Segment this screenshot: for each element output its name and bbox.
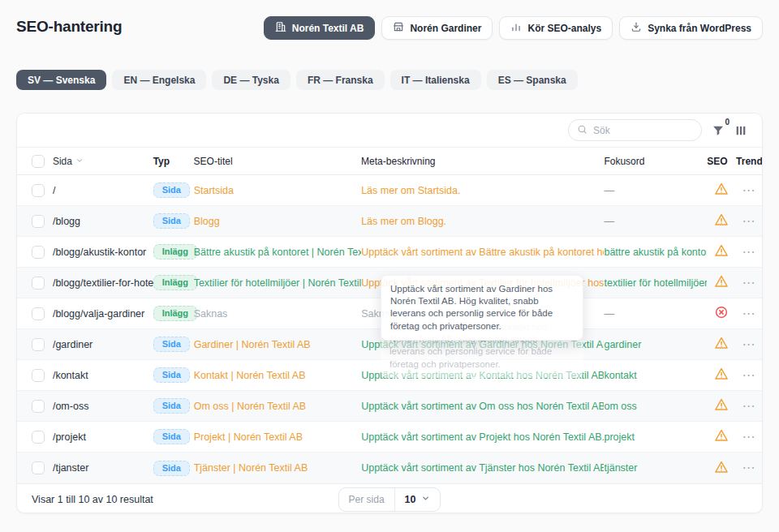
- table-header-row: Sida Typ SEO-titel Meta-beskrivning Foku…: [17, 148, 762, 175]
- meta-description-cell[interactable]: Upptäck vårt sortiment av Projekt hos No…: [361, 431, 604, 443]
- type-badge-cell: Sida: [153, 461, 194, 476]
- chevron-down-icon: [75, 156, 84, 167]
- trend-cell: ⋯: [736, 277, 762, 290]
- seo-title-cell[interactable]: Blogg: [194, 216, 362, 227]
- language-tab[interactable]: SV — Svenska: [16, 70, 106, 90]
- seo-status-cell[interactable]: [707, 367, 736, 384]
- select-all-checkbox[interactable]: [32, 155, 45, 168]
- row-actions-button[interactable]: ⋯: [742, 369, 756, 382]
- language-tab[interactable]: IT — Italienska: [390, 70, 481, 90]
- type-badge: Inlägg: [153, 306, 197, 321]
- button-label: Kör SEO-analys: [527, 23, 601, 34]
- column-header-sida[interactable]: Sida: [53, 155, 153, 167]
- seo-title-cell[interactable]: Textilier för hotellmiljöer | Norén Text…: [194, 277, 362, 289]
- column-header-meta: Meta-beskrivning: [361, 156, 604, 167]
- seo-title-text: Gardiner | Norén Textil AB: [194, 339, 311, 350]
- seo-status-cell[interactable]: [707, 428, 736, 445]
- seo-title-cell[interactable]: Saknas: [194, 308, 362, 320]
- page-path: /blogg: [53, 216, 153, 227]
- seo-status-cell[interactable]: [707, 460, 736, 477]
- focus-keyword-text: —: [604, 185, 614, 196]
- meta-description-cell[interactable]: Upptäck vårt sortiment av Tjänster hos N…: [361, 462, 604, 474]
- row-checkbox-cell: [17, 246, 53, 259]
- table-row: /blogg/akustik-kontor Inlägg Bättre akus…: [17, 237, 762, 268]
- row-checkbox[interactable]: [32, 431, 45, 444]
- language-tab[interactable]: DE — Tyska: [212, 70, 290, 90]
- seo-status-cell[interactable]: [707, 336, 736, 353]
- warning-triangle-icon: [714, 460, 729, 477]
- focus-keyword-cell[interactable]: gardiner: [604, 339, 707, 350]
- meta-description-cell[interactable]: Upptäck vårt sortiment av Om oss hos Nor…: [361, 401, 604, 412]
- language-tab[interactable]: ES — Spanska: [487, 70, 578, 90]
- table-row: /projekt Sida Projekt | Norén Textil AB …: [17, 422, 762, 453]
- focus-keyword-cell[interactable]: projekt: [604, 431, 707, 443]
- seo-status-cell[interactable]: [707, 212, 736, 230]
- seo-title-cell[interactable]: Tjänster | Norén Textil AB: [194, 462, 362, 474]
- meta-description-cell[interactable]: Läs mer om Blogg.: [361, 216, 604, 227]
- trend-cell: ⋯: [736, 307, 762, 320]
- focus-keyword-cell[interactable]: textilier för hotellmiljöer: [604, 277, 707, 289]
- seo-title-cell[interactable]: Projekt | Norén Textil AB: [194, 431, 362, 443]
- trend-cell: ⋯: [736, 246, 762, 259]
- seo-title-cell[interactable]: Bättre akustik på kontoret | Norén Texti…: [194, 247, 362, 258]
- row-checkbox[interactable]: [32, 338, 45, 351]
- row-actions-button[interactable]: ⋯: [742, 277, 756, 290]
- seo-status-cell[interactable]: [707, 305, 736, 322]
- focus-keyword-cell[interactable]: kontakt: [604, 370, 707, 381]
- meta-description-cell[interactable]: Läs mer om Startsida.: [361, 185, 604, 196]
- seo-title-text: Tjänster | Norén Textil AB: [194, 462, 308, 474]
- row-actions-button[interactable]: ⋯: [742, 461, 756, 474]
- meta-description-cell[interactable]: Upptäck vårt sortiment av Bättre akustik…: [361, 247, 604, 258]
- seo-status-cell[interactable]: [707, 274, 736, 291]
- focus-keyword-cell[interactable]: —: [604, 308, 707, 320]
- row-actions-button[interactable]: ⋯: [742, 338, 756, 351]
- download-icon: [631, 21, 642, 35]
- row-checkbox[interactable]: [32, 277, 45, 290]
- search-input[interactable]: [593, 125, 693, 136]
- focus-keyword-cell[interactable]: om oss: [604, 401, 707, 412]
- filter-funnel-icon[interactable]: 0: [712, 124, 725, 137]
- company-noren-textil-button[interactable]: Norén Textil AB: [264, 16, 376, 40]
- seo-title-cell[interactable]: Gardiner | Norén Textil AB: [194, 339, 362, 350]
- meta-description-text: Läs mer om Blogg.: [361, 216, 446, 227]
- run-seo-analysis-button[interactable]: Kör SEO-analys: [499, 16, 613, 40]
- columns-icon[interactable]: [734, 124, 747, 137]
- row-actions-button[interactable]: ⋯: [742, 246, 756, 259]
- language-tab[interactable]: FR — Franska: [296, 70, 385, 90]
- focus-keyword-text: om oss: [604, 401, 636, 412]
- row-actions-button[interactable]: ⋯: [742, 431, 756, 444]
- focus-keyword-text: —: [604, 308, 614, 320]
- seo-title-cell[interactable]: Om oss | Norén Textil AB: [194, 401, 362, 412]
- seo-title-text: Startsida: [194, 185, 234, 196]
- focus-keyword-cell[interactable]: tjänster: [604, 462, 707, 474]
- seo-title-cell[interactable]: Startsida: [194, 185, 362, 196]
- search-box[interactable]: [568, 119, 702, 141]
- row-checkbox[interactable]: [32, 246, 45, 259]
- row-actions-button[interactable]: ⋯: [742, 215, 756, 228]
- row-checkbox[interactable]: [32, 369, 45, 382]
- row-checkbox[interactable]: [32, 307, 45, 320]
- language-tab[interactable]: EN — Engelska: [112, 70, 206, 90]
- per-page-select[interactable]: 10: [394, 488, 441, 511]
- focus-keyword-text: textilier för hotellmiljöer: [604, 277, 707, 289]
- row-actions-button[interactable]: ⋯: [742, 184, 756, 197]
- row-checkbox[interactable]: [32, 215, 45, 228]
- row-checkbox[interactable]: [32, 461, 45, 474]
- row-checkbox[interactable]: [32, 400, 45, 413]
- seo-status-cell[interactable]: [707, 397, 736, 414]
- seo-title-text: Projekt | Norén Textil AB: [194, 431, 303, 443]
- seo-status-cell[interactable]: [707, 243, 736, 260]
- focus-keyword-cell[interactable]: —: [604, 185, 707, 196]
- focus-keyword-cell[interactable]: —: [604, 216, 707, 227]
- table-footer: Visar 1 till 10 av 10 resultat Per sida …: [17, 483, 762, 514]
- seo-status-cell[interactable]: [707, 182, 736, 199]
- focus-keyword-cell[interactable]: bättre akustik på kontoret: [604, 247, 707, 258]
- sync-from-wordpress-button[interactable]: Synka från WordPress: [619, 16, 763, 40]
- row-checkbox[interactable]: [32, 184, 45, 197]
- row-actions-button[interactable]: ⋯: [742, 307, 756, 320]
- company-noren-gardiner-button[interactable]: Norén Gardiner: [381, 16, 493, 40]
- seo-title-cell[interactable]: Kontakt | Norén Textil AB: [194, 370, 362, 381]
- row-actions-button[interactable]: ⋯: [742, 400, 756, 413]
- row-checkbox-cell: [17, 215, 53, 228]
- page-path: /blogg/valja-gardiner: [53, 308, 153, 320]
